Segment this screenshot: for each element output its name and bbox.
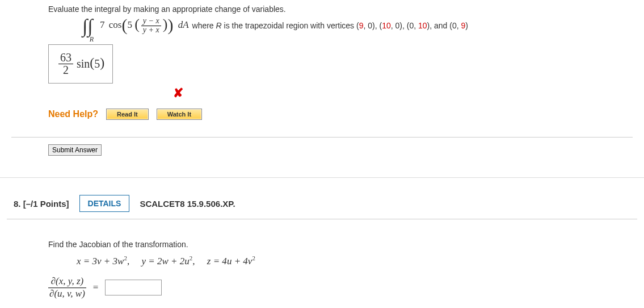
q8-reference: SCALCET8 15.9.506.XP. <box>140 199 235 209</box>
incorrect-icon: ✘ <box>173 86 633 101</box>
q7-submitted-answer: 632 sin (5) <box>48 44 113 84</box>
q8-points: [–/1 Points] <box>23 199 69 209</box>
need-help-label: Need Help? <box>48 109 98 119</box>
q8-number: 8. <box>14 199 21 209</box>
details-button[interactable]: DETAILS <box>79 195 130 212</box>
watch-it-button[interactable]: Watch It <box>157 109 202 120</box>
q8-equations: x = 3v + 3w2, y = 2w + 2u2, z = 4u + 4v2 <box>77 255 633 267</box>
q8-header: 8. [–/1 Points] DETAILS SCALCET8 15.9.50… <box>7 195 637 219</box>
q8-prompt: Find the Jacobian of the transformation. <box>48 235 633 249</box>
submit-answer-button[interactable]: Submit Answer <box>48 144 102 156</box>
jacobian-answer-input[interactable] <box>105 280 162 295</box>
read-it-button[interactable]: Read It <box>106 109 149 120</box>
jacobian-fraction: ∂(x, y, z) ∂(u, v, w) <box>48 276 86 299</box>
q7-integral-expression: ∫∫R 7 cos(5 (y − xy + x)) dA where R is … <box>82 17 633 34</box>
q7-prompt: Evaluate the integral by making an appro… <box>48 0 633 14</box>
